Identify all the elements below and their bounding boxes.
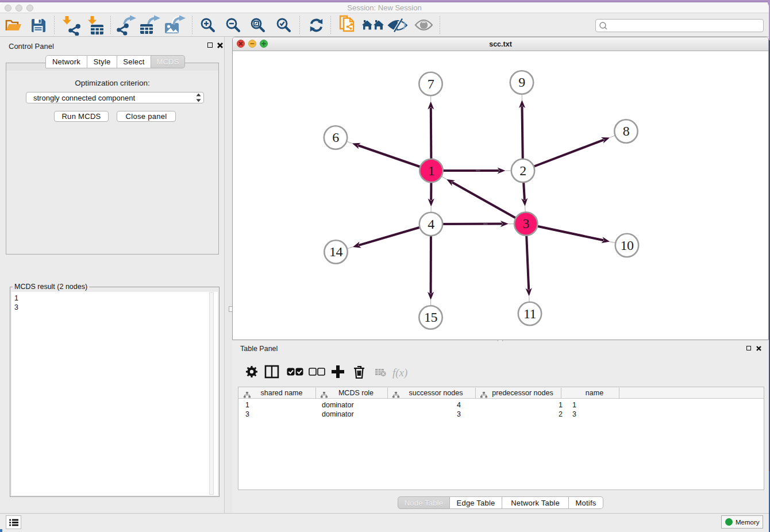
svg-text:3: 3 — [523, 216, 530, 231]
svg-text:15: 15 — [424, 310, 438, 325]
svg-text:14: 14 — [329, 244, 343, 259]
svg-text:9: 9 — [518, 75, 525, 90]
svg-text:4: 4 — [428, 217, 434, 232]
svg-text:10: 10 — [621, 238, 634, 253]
svg-text:7: 7 — [428, 76, 434, 91]
svg-text:f(x): f(x) — [392, 367, 407, 379]
svg-text:2: 2 — [519, 163, 526, 178]
svg-text:6: 6 — [332, 130, 339, 145]
svg-text:1: 1 — [428, 163, 435, 178]
svg-text:8: 8 — [623, 124, 630, 138]
svg-text:11: 11 — [523, 306, 536, 321]
